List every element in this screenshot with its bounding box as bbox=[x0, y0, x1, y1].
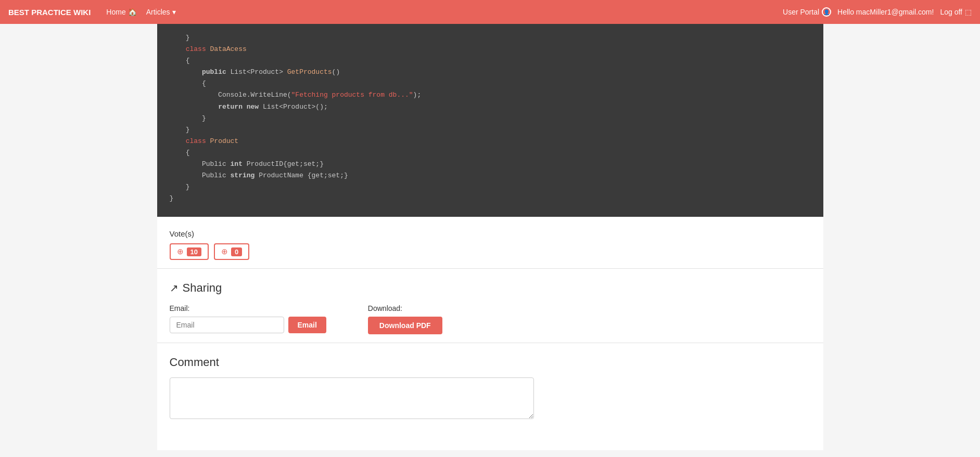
sharing-section: ↗ Sharing Email: Email Download: Downloa… bbox=[157, 269, 823, 343]
logoff-link[interactable]: Log off ⬚ bbox=[940, 8, 972, 16]
code-line: } bbox=[170, 113, 811, 124]
code-line: Console.WriteLine("Fetching products fro… bbox=[170, 89, 811, 101]
code-line: } bbox=[170, 181, 811, 193]
nav-articles-link[interactable]: Articles ▾ bbox=[143, 6, 179, 18]
email-input[interactable] bbox=[170, 317, 284, 333]
user-email-display: Hello macMiller1@gmail.com! bbox=[837, 8, 934, 16]
downvote-button[interactable]: ⊕ 0 bbox=[214, 243, 249, 260]
navbar: BEST PRACTICE WIKI Home 🏠 Articles ▾ Use… bbox=[0, 0, 980, 24]
votes-section: Vote(s) ⊕ 10 ⊕ 0 bbox=[157, 217, 823, 269]
code-line: } bbox=[170, 193, 811, 204]
home-icon: 🏠 bbox=[128, 8, 137, 16]
upvote-icon: ⊕ bbox=[177, 247, 184, 256]
email-row: Email bbox=[170, 317, 326, 333]
comment-input[interactable] bbox=[170, 377, 534, 419]
chevron-down-icon: ▾ bbox=[172, 8, 176, 16]
code-line: class Product bbox=[170, 136, 811, 147]
download-col: Download: Download PDF bbox=[368, 304, 442, 334]
nav-home-link[interactable]: Home 🏠 bbox=[103, 6, 139, 18]
code-line: { bbox=[170, 55, 811, 67]
code-line: { bbox=[170, 147, 811, 159]
code-line: class DataAcess bbox=[170, 44, 811, 55]
upvote-button[interactable]: ⊕ 10 bbox=[170, 243, 209, 260]
code-line: { bbox=[170, 78, 811, 89]
code-block: } class DataAcess { public List<Product>… bbox=[157, 24, 823, 217]
code-line: Public int ProductID{get;set;} bbox=[170, 159, 811, 170]
code-line: } bbox=[170, 32, 811, 44]
votes-buttons: ⊕ 10 ⊕ 0 bbox=[170, 243, 811, 260]
logoff-icon: ⬚ bbox=[965, 8, 972, 16]
sharing-row: Email: Email Download: Download PDF bbox=[170, 304, 811, 334]
comment-title: Comment bbox=[170, 356, 811, 369]
email-button[interactable]: Email bbox=[288, 317, 326, 333]
share-icon: ↗ bbox=[170, 282, 179, 294]
nav-brand: BEST PRACTICE WIKI bbox=[8, 8, 91, 17]
sharing-title: ↗ Sharing bbox=[170, 281, 811, 295]
nav-right: User Portal 👤 Hello macMiller1@gmail.com… bbox=[783, 7, 972, 17]
code-line: } bbox=[170, 124, 811, 136]
votes-label: Vote(s) bbox=[170, 229, 811, 238]
download-pdf-button[interactable]: Download PDF bbox=[368, 317, 442, 334]
comment-section: Comment bbox=[157, 343, 823, 429]
downvote-icon: ⊕ bbox=[221, 247, 228, 256]
user-portal-icon: 👤 bbox=[822, 7, 831, 17]
main-content: } class DataAcess { public List<Product>… bbox=[157, 24, 823, 450]
code-line: Public string ProductName {get;set;} bbox=[170, 170, 811, 181]
upvote-count: 10 bbox=[187, 247, 201, 256]
download-label: Download: bbox=[368, 304, 442, 312]
code-line: return new List<Product>(); bbox=[170, 101, 811, 113]
nav-links: Home 🏠 Articles ▾ bbox=[103, 6, 783, 18]
downvote-count: 0 bbox=[231, 247, 242, 256]
user-portal-link[interactable]: User Portal 👤 bbox=[783, 7, 831, 17]
code-line: public List<Product> GetProducts() bbox=[170, 67, 811, 78]
email-label: Email: bbox=[170, 304, 326, 312]
email-col: Email: Email bbox=[170, 304, 326, 333]
